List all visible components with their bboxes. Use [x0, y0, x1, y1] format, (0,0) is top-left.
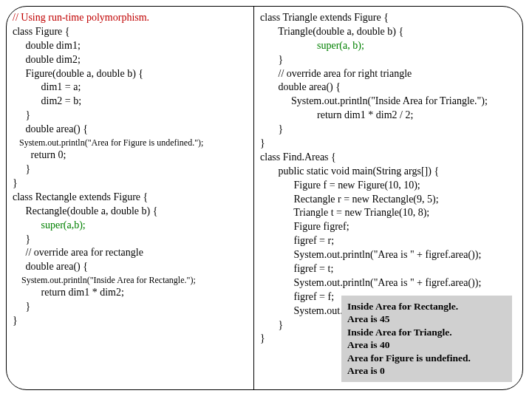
code-line: dim1 = a;: [13, 81, 248, 95]
code-line: return dim1 * dim2;: [13, 286, 248, 300]
code-line: }: [13, 163, 248, 177]
code-line: Rectangle(double a, double b) {: [13, 205, 248, 219]
code-line: figref = t;: [260, 262, 516, 276]
left-column: // Using run-time polymorphism. class Fi…: [7, 7, 254, 389]
code-line: System.out.println("Area is " + figref.a…: [260, 276, 516, 290]
code-line: Figure figref;: [260, 220, 516, 234]
code-line: class Triangle extends Figure {: [260, 11, 516, 25]
code-line: super(a,b);: [13, 219, 248, 233]
code-line: double dim2;: [13, 53, 248, 67]
code-line: System.out.println("Inside Area for Tria…: [260, 95, 516, 109]
code-line: // Using run-time polymorphism.: [13, 11, 248, 25]
code-line: }: [13, 314, 248, 328]
code-line: public static void main(String args[]) {: [260, 165, 516, 179]
output-line: Area is 45: [347, 313, 506, 326]
code-line: }: [13, 109, 248, 123]
code-line: double area() {: [13, 123, 248, 137]
code-line: double dim1;: [13, 39, 248, 53]
code-line: class Rectangle extends Figure {: [13, 191, 248, 205]
output-line: Area is 0: [347, 364, 506, 378]
code-line: Triangle t = new Triangle(10, 8);: [260, 206, 516, 220]
slide-frame: // Using run-time polymorphism. class Fi…: [6, 6, 523, 390]
code-line: double area() {: [260, 81, 516, 95]
output-line: Area is 40: [347, 338, 506, 352]
code-line: System.out.println("Area for Figure is u…: [13, 137, 248, 149]
code-line: class Figure {: [13, 25, 248, 39]
code-line: Figure(double a, double b) {: [13, 67, 248, 81]
code-line: Rectangle r = new Rectangle(9, 5);: [260, 193, 516, 207]
output-line: Area for Figure is undefined.: [347, 352, 506, 365]
code-line: }: [260, 123, 516, 137]
code-line: System.out.println("Inside Area for Rect…: [13, 274, 248, 286]
code-line: }: [13, 300, 248, 314]
output-line: Inside Area for Triangle.: [347, 326, 506, 339]
code-line: super(a, b);: [260, 39, 516, 53]
code-line: double area() {: [13, 260, 248, 274]
code-line: dim2 = b;: [13, 95, 248, 109]
output-box: Inside Area for Rectangle. Area is 45 In…: [341, 296, 512, 382]
code-line: return dim1 * dim2 / 2;: [260, 109, 516, 123]
code-line: Triangle(double a, double b) {: [260, 25, 516, 39]
code-line: System.out.println("Area is " + figref.a…: [260, 248, 516, 262]
output-line: Inside Area for Rectangle.: [347, 300, 506, 313]
code-line: }: [260, 53, 516, 67]
code-line: }: [13, 177, 248, 191]
code-line: Figure f = new Figure(10, 10);: [260, 179, 516, 193]
code-line: figref = r;: [260, 234, 516, 248]
code-line: // override area for rectangle: [13, 246, 248, 260]
code-line: }: [13, 233, 248, 247]
code-line: return 0;: [13, 149, 248, 163]
code-line: }: [260, 137, 516, 151]
code-line: class Find.Areas {: [260, 151, 516, 165]
code-line: // override area for right triangle: [260, 67, 516, 81]
